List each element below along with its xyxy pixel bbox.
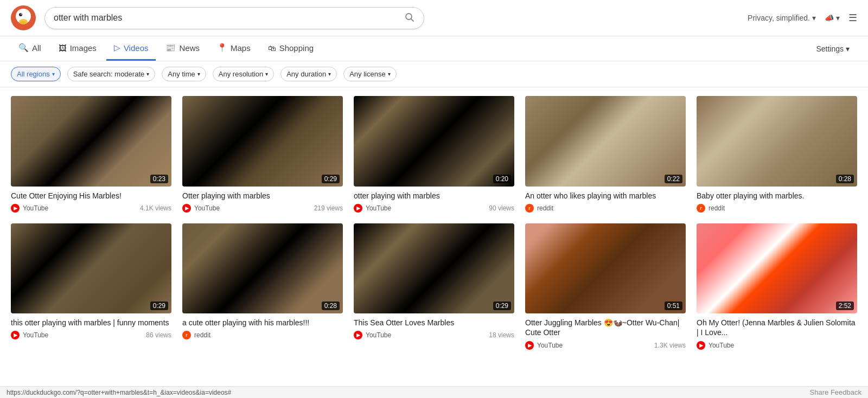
video-grid: 0:23 Cute Otter Enjoying His Marbles! ▶ … <box>0 87 868 358</box>
alert-button[interactable]: 📣 ▾ <box>825 14 840 22</box>
header-right: Privacy, simplified. ▾ 📣 ▾ ☰ <box>748 12 857 24</box>
video-duration: 0:51 <box>665 301 682 310</box>
video-meta: ▶ YouTube 4.1K views <box>11 204 171 213</box>
view-count: 90 views <box>489 204 514 212</box>
video-card-4[interactable]: 0:22 An otter who likes playing with mar… <box>525 96 686 213</box>
privacy-label: Privacy, simplified. <box>748 14 810 22</box>
chevron-down-icon: ▾ <box>146 71 149 77</box>
video-thumbnail: 0:29 <box>11 223 171 314</box>
youtube-icon: ▶ <box>11 204 20 213</box>
settings-tab[interactable]: Settings ▾ <box>808 38 857 60</box>
chevron-down-icon: ▾ <box>52 71 55 77</box>
tab-news[interactable]: 📰 News <box>158 36 207 61</box>
video-card-2[interactable]: 0:29 Otter playing with marbles ▶ YouTub… <box>182 96 343 213</box>
chevron-down-icon: ▾ <box>812 14 816 22</box>
filter-resolution[interactable]: Any resolution ▾ <box>213 67 274 81</box>
video-card-3[interactable]: 0:20 otter playing with marbles ▶ YouTub… <box>354 96 514 213</box>
filter-license[interactable]: Any license ▾ <box>343 67 396 81</box>
video-card-10[interactable]: 2:52 Oh My Otter! (Jenna Marbles & Julie… <box>697 223 857 350</box>
view-count: 219 views <box>314 204 343 212</box>
filter-resolution-label: Any resolution <box>219 70 263 78</box>
source-name: YouTube <box>23 331 48 339</box>
video-title: Cute Otter Enjoying His Marbles! <box>11 191 171 201</box>
tab-news-label: News <box>179 43 200 53</box>
video-title: a cute otter playing with his marbles!!! <box>182 318 343 328</box>
youtube-icon: ▶ <box>354 331 362 339</box>
video-info: Otter Juggling Marbles 😍🦦~Otter Wu-Chan|… <box>525 318 686 349</box>
filter-license-label: Any license <box>349 70 385 78</box>
tab-maps[interactable]: 📍 Maps <box>209 36 258 61</box>
video-title: This Sea Otter Loves Marbles <box>354 318 514 328</box>
chevron-down-icon: ▾ <box>388 71 391 77</box>
video-duration: 0:23 <box>150 175 168 183</box>
video-info: Oh My Otter! (Jenna Marbles & Julien Sol… <box>697 318 857 349</box>
video-title: Otter playing with marbles <box>182 191 343 201</box>
chevron-down-icon: ▾ <box>328 71 331 77</box>
privacy-button[interactable]: Privacy, simplified. ▾ <box>748 14 816 22</box>
video-info: Otter playing with marbles ▶ YouTube 219… <box>182 191 343 213</box>
tab-videos[interactable]: ▷ Videos <box>106 36 156 61</box>
tab-videos-label: Videos <box>124 43 149 53</box>
video-thumbnail: 0:20 <box>354 96 514 187</box>
video-thumbnail: 0:29 <box>182 96 343 187</box>
video-thumbnail: 0:23 <box>11 96 171 187</box>
source-name: YouTube <box>194 204 220 212</box>
search-icon: 🔍 <box>18 43 29 53</box>
youtube-icon: ▶ <box>11 331 20 339</box>
tab-shopping[interactable]: 🛍 Shopping <box>260 37 321 61</box>
youtube-icon: ▶ <box>354 204 362 213</box>
news-icon: 📰 <box>165 43 176 53</box>
maps-icon: 📍 <box>217 43 227 53</box>
search-bar: otter with marbles <box>44 7 424 29</box>
video-info: An otter who likes playing with marbles … <box>525 191 686 213</box>
header: otter with marbles Privacy, simplified. … <box>0 0 868 36</box>
search-button[interactable] <box>404 12 415 24</box>
chevron-down-icon: ▾ <box>197 71 200 77</box>
video-title: An otter who likes playing with marbles <box>525 191 686 201</box>
video-duration: 0:20 <box>493 175 511 183</box>
svg-point-2 <box>19 13 22 16</box>
video-card-1[interactable]: 0:23 Cute Otter Enjoying His Marbles! ▶ … <box>11 96 171 213</box>
video-meta: ▶ YouTube 86 views <box>11 331 171 339</box>
video-duration: 0:29 <box>322 175 340 183</box>
video-card-7[interactable]: 0:28 a cute otter playing with his marbl… <box>182 223 343 350</box>
search-input[interactable]: otter with marbles <box>54 13 404 23</box>
reddit-icon: r <box>697 204 705 213</box>
video-title: this otter playing with marbles | funny … <box>11 318 171 328</box>
video-duration: 0:28 <box>836 175 854 183</box>
video-duration: 0:29 <box>493 301 511 310</box>
filter-bar: All regions ▾ Safe search: moderate ▾ An… <box>0 61 868 87</box>
menu-button[interactable]: ☰ <box>848 12 857 24</box>
source-name: YouTube <box>709 342 734 349</box>
source-name: reddit <box>194 331 210 339</box>
filter-duration[interactable]: Any duration ▾ <box>280 67 337 81</box>
view-count: 86 views <box>146 331 171 339</box>
video-duration: 0:22 <box>665 175 682 183</box>
reddit-icon: r <box>182 331 191 339</box>
filter-regions[interactable]: All regions ▾ <box>11 67 61 81</box>
logo[interactable] <box>11 5 36 30</box>
video-thumbnail: 0:28 <box>182 223 343 314</box>
tab-all[interactable]: 🔍 All <box>11 36 49 61</box>
megaphone-icon: 📣 <box>825 14 834 22</box>
filter-safe-search[interactable]: Safe search: moderate ▾ <box>67 67 156 81</box>
video-thumbnail: 2:52 <box>697 223 857 314</box>
chevron-down-icon: ▾ <box>836 14 840 22</box>
source-name: YouTube <box>366 204 391 212</box>
video-title: Oh My Otter! (Jenna Marbles & Julien Sol… <box>697 318 857 337</box>
video-meta: r reddit <box>697 204 857 213</box>
video-duration: 0:28 <box>322 301 340 310</box>
video-card-5[interactable]: 0:28 Baby otter playing with marbles. r … <box>697 96 857 213</box>
source-name: YouTube <box>366 331 391 339</box>
video-meta: ▶ YouTube 90 views <box>354 204 514 213</box>
video-meta: ▶ YouTube 1.3K views <box>525 341 686 350</box>
video-card-9[interactable]: 0:51 Otter Juggling Marbles 😍🦦~Otter Wu-… <box>525 223 686 350</box>
view-count: 4.1K views <box>140 204 171 212</box>
video-title: Otter Juggling Marbles 😍🦦~Otter Wu-Chan|… <box>525 318 686 337</box>
filter-duration-label: Any duration <box>286 70 326 78</box>
video-card-6[interactable]: 0:29 this otter playing with marbles | f… <box>11 223 171 350</box>
video-card-8[interactable]: 0:29 This Sea Otter Loves Marbles ▶ YouT… <box>354 223 514 350</box>
filter-regions-label: All regions <box>17 70 50 78</box>
filter-time[interactable]: Any time ▾ <box>162 67 206 81</box>
tab-images[interactable]: 🖼 Images <box>51 37 104 61</box>
